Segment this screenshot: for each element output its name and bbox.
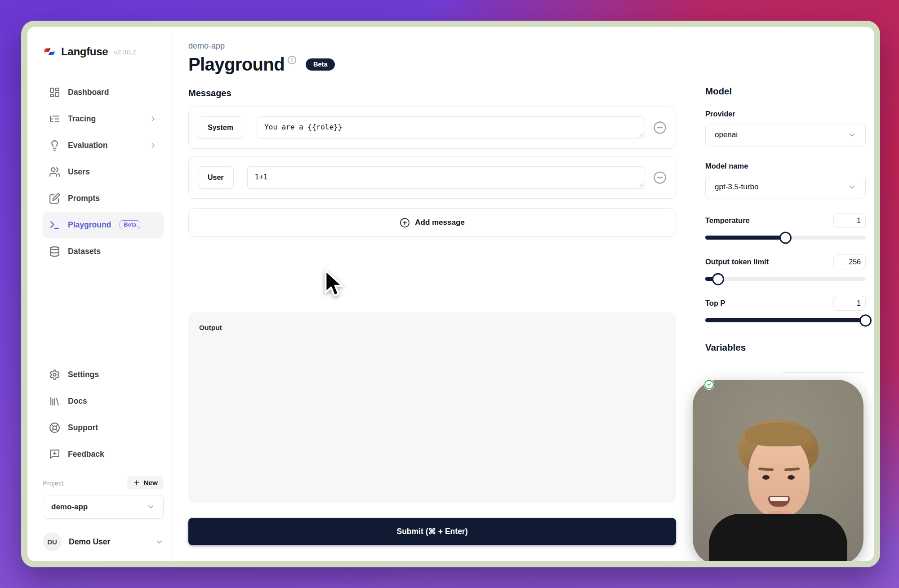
playground-beta-badge: Beta xyxy=(120,220,140,229)
temperature-slider[interactable] xyxy=(705,236,866,240)
provider-select[interactable]: openai xyxy=(705,124,866,146)
minus-circle-icon xyxy=(653,121,667,134)
mouse-cursor xyxy=(321,268,347,300)
sidebar-item-prompts[interactable]: Prompts xyxy=(43,185,164,211)
main-content: demo-app Playground Beta Messages System… xyxy=(188,27,676,545)
user-message-input[interactable]: 1+1 xyxy=(247,166,645,189)
prompts-icon xyxy=(49,193,60,204)
sidebar-item-label: Feedback xyxy=(68,450,104,459)
app-window-content: Langfuse v2.30.2 Dashboard Tracing xyxy=(27,27,874,561)
sidebar-item-feedback[interactable]: Feedback xyxy=(43,441,164,467)
app-window: Langfuse v2.30.2 Dashboard Tracing xyxy=(21,21,880,567)
top-p-value-field[interactable]: 1 xyxy=(833,296,866,311)
model-name-select[interactable]: gpt-3.5-turbo xyxy=(705,176,866,198)
sidebar-item-support[interactable]: Support xyxy=(43,414,164,441)
sidebar-nav: Dashboard Tracing Evaluation xyxy=(43,79,164,264)
sidebar-item-label: Playground xyxy=(68,220,111,230)
output-token-limit-slider[interactable] xyxy=(705,277,866,281)
top-p-slider-thumb[interactable] xyxy=(859,314,872,326)
system-message-input[interactable]: You are a {{role}} xyxy=(257,116,645,139)
webcam-person-mouth xyxy=(768,496,790,507)
tracing-icon xyxy=(49,113,60,125)
datasets-icon xyxy=(49,246,60,257)
sidebar-item-docs[interactable]: Docs xyxy=(43,388,164,414)
top-p-label: Top P xyxy=(705,299,725,307)
remove-message-button[interactable] xyxy=(653,121,667,134)
output-label: Output xyxy=(199,324,665,332)
sidebar-item-evaluation[interactable]: Evaluation xyxy=(43,132,164,158)
app-version: v2.30.2 xyxy=(114,48,136,56)
top-p-slider-row: Top P 1 xyxy=(705,296,866,322)
remove-message-button[interactable] xyxy=(653,171,667,184)
langfuse-logo-icon xyxy=(43,45,56,58)
support-icon xyxy=(49,422,60,433)
webcam-person-eye xyxy=(762,475,770,480)
user-menu[interactable]: DU Demo User xyxy=(43,532,164,551)
breadcrumb[interactable]: demo-app xyxy=(188,41,676,51)
new-project-label: New xyxy=(143,479,158,487)
sidebar-item-dashboard[interactable]: Dashboard xyxy=(43,79,164,105)
resize-handle-icon[interactable] xyxy=(638,182,643,187)
temperature-slider-row: Temperature 1 xyxy=(705,213,866,240)
provider-label: Provider xyxy=(705,110,866,118)
chevron-down-icon xyxy=(155,538,164,546)
output-token-limit-slider-fill xyxy=(705,277,718,281)
provider-select-value: openai xyxy=(715,130,738,139)
beta-badge: Beta xyxy=(306,58,335,71)
chevron-right-icon xyxy=(149,141,157,150)
message-textarea-wrap: 1+1 xyxy=(247,166,645,189)
submit-button[interactable]: Submit (⌘ + Enter) xyxy=(188,518,676,545)
top-p-slider-fill xyxy=(705,318,866,322)
message-row-system: System You are a {{role}} xyxy=(188,107,676,149)
resize-handle-icon[interactable] xyxy=(638,132,643,137)
minus-circle-icon xyxy=(653,171,667,184)
sidebar-item-datasets[interactable]: Datasets xyxy=(43,238,164,264)
sidebar-item-label: Users xyxy=(68,167,90,177)
model-panel: Model Provider openai Model name gpt-3.5… xyxy=(705,27,866,353)
output-token-limit-value-field[interactable]: 256 xyxy=(833,254,866,269)
plus-circle-icon xyxy=(400,218,410,228)
new-project-button[interactable]: New xyxy=(127,476,164,490)
temperature-label: Temperature xyxy=(705,216,750,225)
sidebar-item-label: Dashboard xyxy=(68,88,109,97)
temperature-value-field[interactable]: 1 xyxy=(833,213,866,228)
app-name: Langfuse xyxy=(61,45,108,58)
temperature-slider-fill xyxy=(705,236,786,240)
temperature-slider-thumb[interactable] xyxy=(779,232,792,244)
output-panel: Output xyxy=(188,312,676,503)
project-select[interactable]: demo-app xyxy=(43,495,164,519)
info-icon[interactable] xyxy=(287,55,297,65)
avatar: DU xyxy=(43,532,62,551)
dashboard-icon xyxy=(49,87,60,98)
project-row: Project New xyxy=(43,476,164,490)
sidebar-item-settings[interactable]: Settings xyxy=(43,361,164,388)
sidebar-item-label: Tracing xyxy=(68,114,96,124)
docs-icon xyxy=(49,396,60,407)
output-token-limit-slider-thumb[interactable] xyxy=(712,273,724,285)
output-token-limit-slider-row: Output token limit 256 xyxy=(705,254,866,281)
add-message-button[interactable]: Add message xyxy=(188,208,676,237)
message-row-user: User 1+1 xyxy=(188,156,676,199)
webcam-person-torso xyxy=(709,514,847,561)
sidebar-item-label: Docs xyxy=(68,396,87,406)
sidebar-item-users[interactable]: Users xyxy=(43,159,164,185)
sidebar-item-playground[interactable]: Playground Beta xyxy=(43,212,164,238)
output-token-limit-label: Output token limit xyxy=(705,258,769,266)
sidebar-item-label: Settings xyxy=(68,370,99,379)
sidebar-item-label: Support xyxy=(68,423,98,432)
webcam-person-eye xyxy=(788,475,795,480)
title-row: Playground Beta xyxy=(188,54,676,75)
role-button-user[interactable]: User xyxy=(198,166,234,189)
user-name: Demo User xyxy=(69,537,110,547)
top-p-slider[interactable] xyxy=(705,318,866,322)
role-button-system[interactable]: System xyxy=(198,116,243,139)
sidebar-item-label: Datasets xyxy=(68,247,101,256)
message-textarea-wrap: You are a {{role}} xyxy=(257,116,645,139)
project-label: Project xyxy=(43,479,64,487)
sidebar-footer-nav: Settings Docs Support Feedback xyxy=(43,361,164,467)
chevron-down-icon xyxy=(848,131,856,139)
sidebar-item-tracing[interactable]: Tracing xyxy=(43,106,164,132)
users-icon xyxy=(49,166,60,178)
chevron-right-icon xyxy=(149,115,157,123)
plus-icon xyxy=(133,479,140,486)
